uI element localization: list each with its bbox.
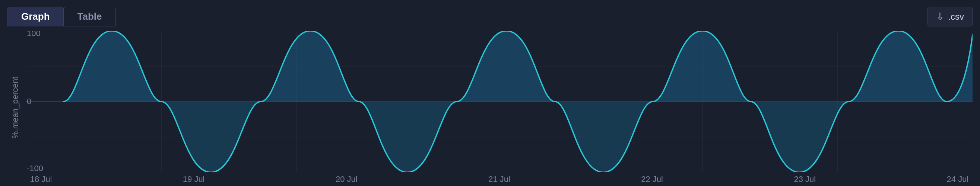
svg-text:-100: -100: [27, 164, 43, 172]
y-axis-label: %.mean_percent: [8, 31, 23, 184]
chart-svg: 100 0 -100: [26, 31, 972, 172]
x-label-23jul: 23 Jul: [790, 175, 820, 184]
tab-graph[interactable]: Graph: [8, 7, 64, 27]
tab-table[interactable]: Table: [64, 7, 116, 27]
csv-button-label: .csv: [948, 11, 964, 22]
chart-area: %.mean_percent: [8, 31, 972, 184]
svg-text:0: 0: [27, 97, 31, 106]
main-container: Graph Table ⇩ .csv %.mean_percent: [0, 0, 980, 186]
csv-download-button[interactable]: ⇩ .csv: [928, 7, 972, 27]
x-label-18jul: 18 Jul: [26, 175, 56, 184]
svg-text:100: 100: [27, 31, 41, 38]
x-label-24jul: 24 Jul: [943, 175, 972, 184]
x-label-19jul: 19 Jul: [179, 175, 208, 184]
download-icon: ⇩: [936, 11, 944, 22]
chart-svg-wrapper: 100 0 -100: [26, 31, 972, 172]
tab-group: Graph Table: [8, 7, 116, 27]
chart-inner: 100 0 -100 18 Jul 19 Jul: [26, 31, 972, 184]
toolbar: Graph Table ⇩ .csv: [8, 7, 972, 27]
x-label-22jul: 22 Jul: [637, 175, 667, 184]
x-axis: 18 Jul 19 Jul 20 Jul 21 Jul 22 Jul 23 Ju…: [26, 172, 972, 184]
x-label-20jul: 20 Jul: [331, 175, 361, 184]
x-label-21jul: 21 Jul: [484, 175, 514, 184]
